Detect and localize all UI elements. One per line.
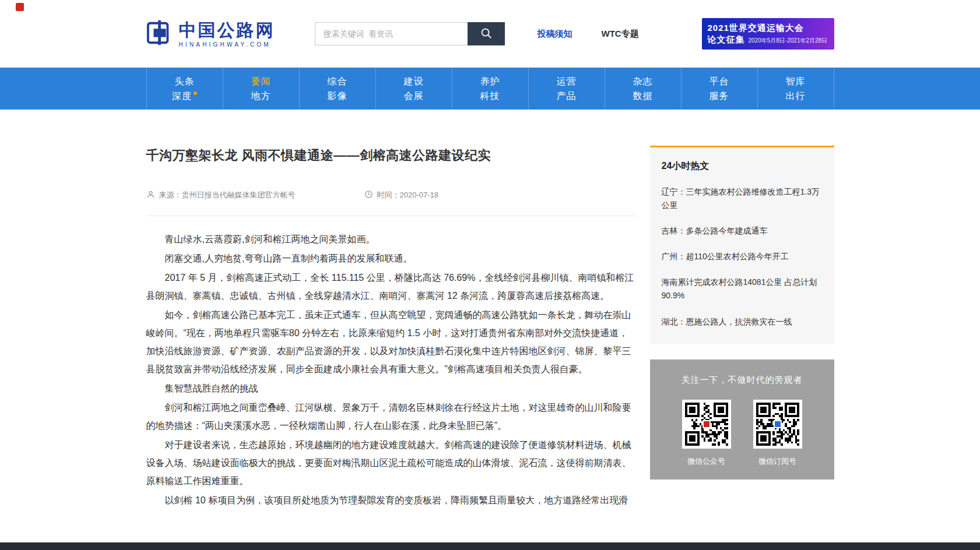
nav-item-operation[interactable]: 运营 [557,77,577,86]
article-paragraph: 2017 年 5 月，剑榕高速正式动工，全长 115.115 公里，桥隧比高达 … [146,269,636,305]
nav-item-technology[interactable]: 科技 [480,91,500,101]
nav-item-construction[interactable]: 建设 [404,77,424,86]
article-paragraph: 对于建设者来说，生态越原始，环境越幽闭的地方建设难度就越大。剑榕高速的建设除了便… [146,436,636,490]
qr-label-subscription: 微信订阅号 [758,456,796,467]
nav-item-maintenance[interactable]: 养护 [480,77,500,86]
site-logo[interactable]: 中国公路网 HINAHIGHWAY.COM [146,19,275,48]
banner-subtitle: 论文征集 [708,34,745,45]
article-column: 千沟万壑架长龙 风雨不惧建通途——剑榕高速公路建设纪实 来源：贵州日报当代融媒体… [146,146,636,510]
qr-label-official: 微信公众号 [687,456,725,467]
nav-item-depth[interactable]: 深度 [172,91,197,101]
banner-title: 2021世界交通运输大会 [708,22,828,34]
search-box [315,22,505,45]
nav-group-magazine: 杂志 数据 [605,68,681,110]
article-body: 青山绿水,云蒸霞蔚,剑河和榕江两地之间美景如画。 闭塞交通,人穷地贫,弯弯山路一… [146,230,636,509]
clock-icon [364,190,373,200]
hot-articles-box: 24小时热文 辽宁：三年实施农村公路维修改造工程1.3万公里 吉林：多条公路今年… [650,146,834,344]
nav-item-thinktank[interactable]: 智库 [786,77,806,86]
sidebar: 24小时热文 辽宁：三年实施农村公路维修改造工程1.3万公里 吉林：多条公路今年… [650,146,834,480]
nav-item-products[interactable]: 产品 [557,91,577,101]
logo-icon [146,19,173,48]
site-header: 中国公路网 HINAHIGHWAY.COM 投稿须知 WTC专题 2021世界交… [0,0,980,68]
article-meta: 来源：贵州日报当代融媒体集团官方帐号 时间：2020-07-18 [146,190,636,200]
site-subtitle: HINAHIGHWAY.COM [179,41,275,48]
nav-item-images[interactable]: 影像 [328,91,347,101]
nav-item-magazine[interactable]: 杂志 [633,77,653,86]
nav-item-platform[interactable]: 平台 [709,77,729,86]
search-button[interactable] [468,22,505,45]
nav-group-headlines: 头条 深度 [146,68,223,110]
orange-dot-badge [194,91,197,95]
hot-list-item[interactable]: 吉林：多条公路今年建成通车 [662,224,823,238]
qr-center-logo [774,420,782,428]
article-paragraph: 如今，剑榕高速公路已基本完工，虽未正式通车，但从高空眺望，宽阔通畅的高速公路犹如… [146,306,636,378]
nav-item-data[interactable]: 数据 [633,91,653,101]
nav-group-operation: 运营 产品 [528,68,605,110]
nav-group-thinktank: 智库 出行 [757,68,834,110]
nav-item-travel[interactable]: 出行 [786,91,806,101]
article-paragraph: 青山绿水,云蒸霞蔚,剑河和榕江两地之间美景如画。 [146,230,636,248]
wtc-topic-link[interactable]: WTC专题 [602,29,639,40]
hot-list-item[interactable]: 海南累计完成农村公路14081公里 占总计划90.9% [662,276,823,302]
search-input[interactable] [315,22,468,45]
nav-item-general[interactable]: 综合 [328,77,347,86]
article-title: 千沟万壑架长龙 风雨不惧建通途——剑榕高速公路建设纪实 [146,147,636,164]
conference-banner-ad[interactable]: 2021世界交通运输大会 论文征集 2020年5月8日-2021年2月28日 [702,18,834,50]
site-title: 中国公路网 [179,20,275,40]
hot-list-item[interactable]: 湖北：恩施公路人，抗洪救灾在一线 [662,315,823,329]
nav-item-news[interactable]: 要闻 [251,77,271,86]
article-source: 来源：贵州日报当代融媒体集团官方帐号 [159,190,296,200]
author-icon [146,190,155,200]
page-content: 千沟万壑架长龙 风雨不惧建通途——剑榕高速公路建设纪实 来源：贵州日报当代融媒体… [146,110,834,510]
hot-articles-title: 24小时热文 [662,160,823,172]
submission-notice-link[interactable]: 投稿须知 [538,29,572,40]
wechat-follow-box: 关注一下，不做时代的旁观者 微信公众号 微信订阅号 [650,359,834,480]
article-paragraph: 以剑榕 10 标项目为例，该项目所处地质为节理裂隙发育的变质板岩，降雨频繁且雨量… [146,491,636,509]
follow-box-title: 关注一下，不做时代的旁观者 [661,375,824,386]
banner-dates: 2020年5月8日-2021年2月28日 [749,37,828,45]
page-corner-mark [16,3,24,11]
article-paragraph: 集智慧战胜自然的挑战 [146,379,636,397]
article-paragraph: 闭塞交通,人穷地贫,弯弯山路一直制约着两县的发展和联通。 [146,249,636,267]
meta-divider [146,216,636,216]
main-nav: 头条 深度 要闻 地方 综合 影像 建设 会展 养护 科技 运营 产品 杂志 数… [0,68,980,110]
nav-group-platform: 平台 服务 [681,68,757,110]
nav-item-local[interactable]: 地方 [251,91,271,101]
nav-item-service[interactable]: 服务 [709,91,729,101]
nav-group-news: 要闻 地方 [223,68,299,110]
hot-list-item[interactable]: 辽宁：三年实施农村公路维修改造工程1.3万公里 [662,185,823,212]
article-paragraph: 剑河和榕江两地之间重峦叠嶂、江河纵横、景象万千，清朝名臣林则徐在行经这片土地，对… [146,399,636,435]
page-footer-bar [0,542,980,550]
qr-center-logo [702,420,711,428]
header-links: 投稿须知 WTC专题 [538,29,639,40]
search-icon [480,27,493,41]
nav-group-general: 综合 影像 [299,68,375,110]
nav-group-construction: 建设 会展 [375,68,452,110]
article-time: 时间：2020-07-18 [377,190,439,200]
wechat-subscription-qr-code [753,400,802,449]
nav-item-exhibition[interactable]: 会展 [404,91,424,101]
nav-item-headlines[interactable]: 头条 [175,77,195,86]
wechat-official-qr-code [682,400,731,449]
nav-group-maintenance: 养护 科技 [452,68,528,110]
hot-list-item[interactable]: 广州：超110公里农村公路今年开工 [662,250,823,263]
